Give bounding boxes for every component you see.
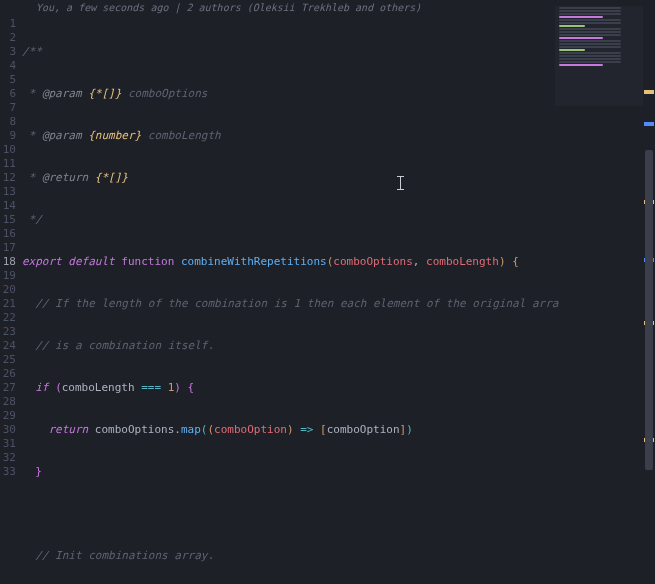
line-number: 15 bbox=[0, 213, 16, 227]
line-number: 21 bbox=[0, 297, 16, 311]
line-number: 29 bbox=[0, 409, 16, 423]
code-line[interactable]: // is a combination itself. bbox=[22, 339, 655, 353]
line-number: 28 bbox=[0, 395, 16, 409]
line-number: 17 bbox=[0, 241, 16, 255]
minimap-line bbox=[559, 19, 621, 21]
line-number: 11 bbox=[0, 157, 16, 171]
minimap-line bbox=[559, 31, 621, 33]
minimap-line bbox=[559, 7, 621, 9]
line-number: 7 bbox=[0, 101, 16, 115]
line-number: 12 bbox=[0, 171, 16, 185]
line-number: 6 bbox=[0, 87, 16, 101]
line-number: 1 bbox=[0, 17, 16, 31]
code-line[interactable]: */ bbox=[22, 213, 655, 227]
code-line[interactable] bbox=[22, 507, 655, 521]
line-number: 8 bbox=[0, 115, 16, 129]
minimap-line bbox=[559, 25, 585, 27]
code-line[interactable]: } bbox=[22, 465, 655, 479]
line-number: 25 bbox=[0, 353, 16, 367]
code-line[interactable]: // If the length of the combination is 1… bbox=[22, 297, 655, 311]
code-line[interactable]: if (comboLength === 1) { bbox=[22, 381, 655, 395]
line-number: 16 bbox=[0, 227, 16, 241]
line-number: 23 bbox=[0, 325, 16, 339]
line-number: 24 bbox=[0, 339, 16, 353]
line-number: 19 bbox=[0, 269, 16, 283]
minimap-line bbox=[559, 43, 621, 45]
line-number: 3 bbox=[0, 45, 16, 59]
line-number-gutter: 1 2 3 4 5 6 7 8 9 10 11 12 13 14 15 16 1… bbox=[0, 17, 22, 584]
overview-marker bbox=[644, 90, 654, 94]
line-number: 14 bbox=[0, 199, 16, 213]
minimap-line bbox=[559, 52, 621, 54]
line-number: 2 bbox=[0, 31, 16, 45]
code-line[interactable]: * @param {number} comboLength bbox=[22, 129, 655, 143]
vertical-scrollbar[interactable] bbox=[643, 0, 655, 584]
code-line[interactable]: * @return {*[]} bbox=[22, 171, 655, 185]
line-number: 22 bbox=[0, 311, 16, 325]
line-number: 10 bbox=[0, 143, 16, 157]
minimap-line bbox=[559, 16, 603, 18]
line-number: 26 bbox=[0, 367, 16, 381]
line-number: 4 bbox=[0, 59, 16, 73]
scrollbar-thumb[interactable] bbox=[645, 150, 653, 470]
line-number: 30 bbox=[0, 423, 16, 437]
line-number: 31 bbox=[0, 437, 16, 451]
line-number: 32 bbox=[0, 451, 16, 465]
minimap[interactable] bbox=[555, 6, 643, 106]
code-line[interactable]: // Init combinations array. bbox=[22, 549, 655, 563]
line-number: 33 bbox=[0, 465, 16, 479]
minimap-line bbox=[559, 34, 621, 36]
minimap-line bbox=[559, 58, 621, 60]
minimap-line bbox=[559, 10, 621, 12]
minimap-line bbox=[559, 40, 621, 42]
code-line[interactable]: export default function combineWithRepet… bbox=[22, 255, 655, 269]
overview-marker bbox=[644, 122, 654, 126]
minimap-line bbox=[559, 55, 621, 57]
line-number: 13 bbox=[0, 185, 16, 199]
line-number: 5 bbox=[0, 73, 16, 87]
minimap-line bbox=[559, 28, 621, 30]
line-number: 9 bbox=[0, 129, 16, 143]
minimap-line bbox=[559, 37, 603, 39]
line-number: 18 bbox=[0, 255, 16, 269]
minimap-line bbox=[559, 13, 621, 15]
code-line[interactable]: return comboOptions.map((comboOption) =>… bbox=[22, 423, 655, 437]
minimap-line bbox=[559, 61, 621, 63]
minimap-line bbox=[559, 22, 621, 24]
minimap-line bbox=[559, 49, 585, 51]
minimap-line bbox=[559, 64, 603, 66]
line-number: 20 bbox=[0, 283, 16, 297]
minimap-line bbox=[559, 46, 621, 48]
line-number: 27 bbox=[0, 381, 16, 395]
